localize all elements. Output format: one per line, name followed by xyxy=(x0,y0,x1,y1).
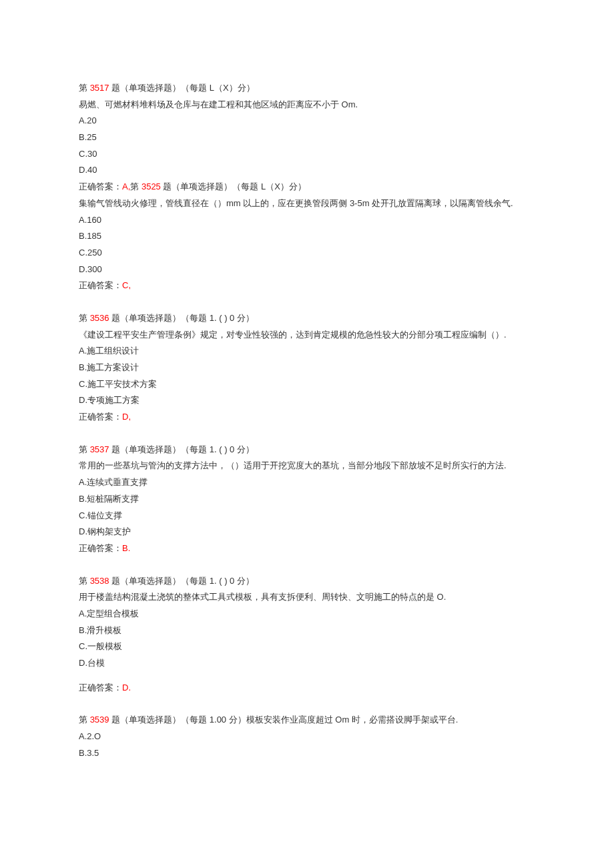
option-a: A.20 xyxy=(79,113,535,129)
answer-line: 正确答案：D. xyxy=(79,680,535,697)
header-suffix: 题（单项选择题）（每题 1. ( ) 0 分） xyxy=(111,313,254,323)
answer-line: 正确答案：A,第 3525 题（单项选择题）（每题 L（X）分） xyxy=(79,179,535,195)
prefix: 第 xyxy=(79,83,87,93)
question-number: 3538 xyxy=(90,576,109,586)
next-prefix: 第 xyxy=(130,181,139,191)
header-suffix: 题（单项选择题）（每题 1. ( ) 0 分） xyxy=(111,444,254,454)
option-c: C.施工平安技术方案 xyxy=(79,376,535,393)
question-stem: 易燃、可燃材料堆料场及仓库与在建工程和其他区域的距离应不小于 Om. xyxy=(79,97,535,113)
option-b: B.施工方案设计 xyxy=(79,360,535,376)
option-a: A.160 xyxy=(79,212,535,229)
next-question-number: 3525 xyxy=(141,181,161,191)
header-suffix: 题（单项选择题）（每题 1. ( ) 0 分） xyxy=(111,576,254,586)
answer-line: 正确答案：D, xyxy=(79,409,535,426)
option-d: D.台模 xyxy=(79,655,535,672)
header-suffix: 题（单项选择题）（每题 L（X）分） xyxy=(111,83,255,93)
option-d: D.300 xyxy=(79,262,535,278)
prefix: 第 xyxy=(79,313,87,323)
option-a: A.施工组织设计 xyxy=(79,343,535,360)
question-header: 第 3536 题（单项选择题）（每题 1. ( ) 0 分） xyxy=(79,310,535,327)
prefix: 第 xyxy=(79,715,87,725)
question-header: 第 3538 题（单项选择题）（每题 1. ( ) 0 分） xyxy=(79,573,535,590)
answer-line-3525: 正确答案：C, xyxy=(79,278,535,294)
answer-value: C, xyxy=(122,280,131,290)
question-3539: 第 3539 题（单项选择题）（每题 1.00 分）模板安装作业高度超过 Om … xyxy=(79,712,535,761)
option-a: A.2.O xyxy=(79,729,535,745)
option-c: C.30 xyxy=(79,146,535,163)
answer-label: 正确答案： xyxy=(79,683,122,693)
question-3536: 第 3536 题（单项选择题）（每题 1. ( ) 0 分） 《建设工程平安生产… xyxy=(79,310,535,426)
question-3517: 第 3517 题（单项选择题）（每题 L（X）分） 易燃、可燃材料堆料场及仓库与… xyxy=(79,80,535,294)
header-suffix: 题（单项选择题）（每题 1.00 分）模板安装作业高度超过 Om 时，必需搭设脚… xyxy=(111,715,458,725)
answer-line: 正确答案：B. xyxy=(79,540,535,557)
question-3538: 第 3538 题（单项选择题）（每题 1. ( ) 0 分） 用于楼盖结构混凝土… xyxy=(79,573,535,697)
answer-label: 正确答案： xyxy=(79,412,122,422)
question-stem-3525: 集输气管线动火修理，管线直径在（）mm 以上的，应在更换管段两侧 3-5m 处开… xyxy=(79,195,535,212)
next-header-suffix: 题（单项选择题）（每题 L（X）分） xyxy=(163,181,306,191)
question-stem: 《建设工程平安生产管理条例》规定，对专业性较强的，达到肯定规模的危急性较大的分部… xyxy=(79,327,535,344)
option-a: A.连续式垂直支撑 xyxy=(79,474,535,491)
question-number: 3537 xyxy=(90,444,109,454)
question-header: 第 3537 题（单项选择题）（每题 1. ( ) 0 分） xyxy=(79,442,535,458)
option-c: C.一般模板 xyxy=(79,638,535,655)
prefix: 第 xyxy=(79,444,87,454)
answer-value: B. xyxy=(122,543,130,553)
option-d: D.40 xyxy=(79,162,535,179)
prefix: 第 xyxy=(79,576,87,586)
option-b: B.185 xyxy=(79,228,535,245)
option-a: A.定型组合模板 xyxy=(79,606,535,622)
answer-value: D, xyxy=(122,412,131,422)
question-header: 第 3539 题（单项选择题）（每题 1.00 分）模板安装作业高度超过 Om … xyxy=(79,712,535,729)
option-b: B.3.5 xyxy=(79,745,535,762)
answer-label: 正确答案： xyxy=(79,181,122,191)
question-stem: 常用的一些基坑与管沟的支撑方法中，（）适用于开挖宽度大的基坑，当部分地段下部放坡… xyxy=(79,458,535,474)
question-number: 3539 xyxy=(90,715,109,725)
option-b: B.25 xyxy=(79,129,535,146)
option-c: C.250 xyxy=(79,245,535,262)
question-number: 3536 xyxy=(90,313,109,323)
answer-label: 正确答案： xyxy=(79,280,122,290)
answer-value: D. xyxy=(122,683,131,693)
answer-label: 正确答案： xyxy=(79,543,122,553)
option-d: D.专项施工方案 xyxy=(79,392,535,409)
option-d: D.钢构架支护 xyxy=(79,524,535,540)
question-stem: 用于楼盖结构混凝土浇筑的整体式工具式模板，具有支拆便利、周转快、文明施工的特点的… xyxy=(79,589,535,606)
question-number: 3517 xyxy=(90,83,109,93)
answer-value: A, xyxy=(122,181,130,191)
option-b: B.滑升模板 xyxy=(79,622,535,639)
question-header: 第 3517 题（单项选择题）（每题 L（X）分） xyxy=(79,80,535,97)
option-b: B.短桩隔断支撑 xyxy=(79,491,535,508)
question-3537: 第 3537 题（单项选择题）（每题 1. ( ) 0 分） 常用的一些基坑与管… xyxy=(79,442,535,557)
option-c: C.锚位支撑 xyxy=(79,508,535,524)
